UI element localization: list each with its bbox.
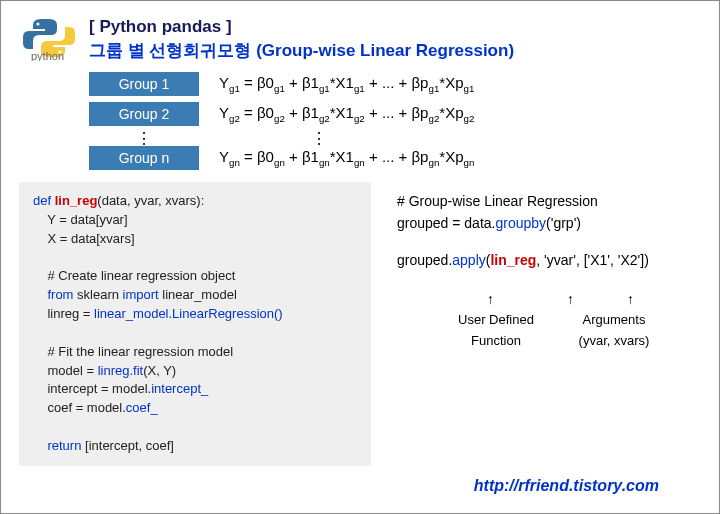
code-text: (X, Y) xyxy=(143,363,176,378)
code-comment: # Fit the linear regression model xyxy=(33,344,233,359)
arrow-up-icon: ↑ xyxy=(567,288,574,310)
formula-n: Ygn = β0gn + β1gn*X1gn + ... + βpgn*Xpgn xyxy=(219,148,474,168)
lower-section: def lin_reg(data, yvar, xvars): Y = data… xyxy=(19,182,701,466)
main-title: 그룹 별 선형회귀모형 (Group-wise Linear Regressio… xyxy=(89,39,514,62)
logo-text: python xyxy=(31,50,64,61)
bracket-title: [ Python pandas ] xyxy=(89,17,514,37)
from-keyword: from xyxy=(47,287,73,302)
code-text: coef_ xyxy=(126,400,158,415)
code-block: def lin_reg(data, yvar, xvars): Y = data… xyxy=(19,182,371,466)
code-text: linear_model.LinearRegression() xyxy=(94,306,283,321)
right-line-1: grouped = data.groupby('grp') xyxy=(397,212,697,234)
formula-section: Group 1 Yg1 = β0g1 + β1g1*X1g1 + ... + β… xyxy=(89,72,701,170)
right-line-2: grouped.apply(lin_reg, 'yvar', ['X1', 'X… xyxy=(397,249,697,271)
code-text: sklearn xyxy=(73,287,122,302)
code-text: coef = model. xyxy=(33,400,126,415)
svg-point-0 xyxy=(36,22,39,25)
arrow-up-icon: ↑ xyxy=(627,288,634,310)
right-comment: # Group-wise Linear Regression xyxy=(397,190,697,212)
formula-row: Group 1 Yg1 = β0g1 + β1g1*X1g1 + ... + β… xyxy=(89,72,701,96)
code-line: Y = data[yvar] xyxy=(33,212,128,227)
source-url: http://rfriend.tistory.com xyxy=(474,477,659,495)
title-block: [ Python pandas ] 그룹 별 선형회귀모형 (Group-wis… xyxy=(89,15,514,62)
formula-1: Yg1 = β0g1 + β1g1*X1g1 + ... + βpg1*Xpg1 xyxy=(219,74,474,94)
formula-row: Group n Ygn = β0gn + β1gn*X1gn + ... + β… xyxy=(89,146,701,170)
function-sig: (data, yvar, xvars): xyxy=(97,193,204,208)
code-text: model = xyxy=(33,363,98,378)
code-text: linear_model xyxy=(159,287,237,302)
group-chip-n: Group n xyxy=(89,146,199,170)
code-line: X = data[xvars] xyxy=(33,231,135,246)
arrow-up-icon: ↑ xyxy=(487,288,494,310)
code-text: intercept = model. xyxy=(33,381,151,396)
def-keyword: def xyxy=(33,193,51,208)
vdots-row: ⋮⋮ xyxy=(89,132,701,146)
import-keyword: import xyxy=(123,287,159,302)
return-keyword: return xyxy=(47,438,81,453)
python-logo-icon: python xyxy=(19,15,79,61)
right-panel: # Group-wise Linear Regression grouped =… xyxy=(379,182,701,466)
code-comment: # Create linear regression object xyxy=(33,268,235,283)
code-text: linreg.fit xyxy=(98,363,144,378)
code-text: linreg = xyxy=(33,306,94,321)
header: python [ Python pandas ] 그룹 별 선형회귀모형 (Gr… xyxy=(19,15,701,62)
formula-row: Group 2 Yg2 = β0g2 + β1g2*X1g2 + ... + β… xyxy=(89,102,701,126)
group-chip-1: Group 1 xyxy=(89,72,199,96)
code-text: intercept_ xyxy=(151,381,208,396)
function-name: lin_reg xyxy=(55,193,98,208)
formula-2: Yg2 = β0g2 + β1g2*X1g2 + ... + βpg2*Xpg2 xyxy=(219,104,474,124)
annotation-args: Arguments (yvar, xvars) xyxy=(559,310,669,352)
group-chip-2: Group 2 xyxy=(89,102,199,126)
annotation-udf: User Defined Function xyxy=(451,310,541,352)
code-text: [intercept, coef] xyxy=(81,438,174,453)
